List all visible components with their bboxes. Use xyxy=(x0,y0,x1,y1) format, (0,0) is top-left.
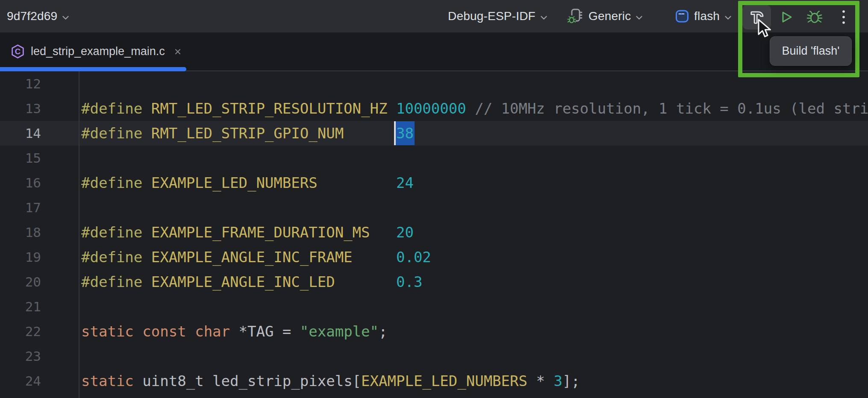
code-line[interactable]: 18#define EXAMPLE_FRAME_DURATION_MS 20 xyxy=(0,220,868,245)
code-line[interactable]: 15 xyxy=(0,146,868,170)
code-token xyxy=(186,323,195,340)
code-line[interactable]: 16#define EXAMPLE_LED_NUMBERS 24 xyxy=(0,170,868,195)
code-token xyxy=(344,125,396,142)
line-number[interactable]: 13 xyxy=(0,96,41,121)
code-token xyxy=(466,100,475,117)
project-name: 9d7f2d69 xyxy=(7,9,57,23)
run-button[interactable] xyxy=(776,6,797,29)
code-line[interactable]: 23 xyxy=(0,344,868,369)
build-config-label: Debug-ESP-IDF xyxy=(448,9,536,23)
code-token: EXAMPLE_LED_NUMBERS xyxy=(151,174,318,191)
code-token: static xyxy=(81,372,134,389)
toolchain-selector[interactable]: Generic xyxy=(567,0,643,32)
line-number[interactable]: 20 xyxy=(0,269,41,294)
code-line[interactable]: 21 xyxy=(0,294,868,319)
code-token: RMT_LED_STRIP_GPIO_NUM xyxy=(151,125,344,142)
c-file-icon: C xyxy=(10,44,25,59)
code-token: *TAG = xyxy=(230,323,300,340)
toolchain-label: Generic xyxy=(588,9,631,23)
code-text: #define RMT_LED_STRIP_GPIO_NUM 38 xyxy=(81,121,414,146)
more-actions-button[interactable] xyxy=(834,6,853,29)
code-token xyxy=(335,273,396,290)
tab-led-strip-example-main[interactable]: C led_strip_example_main.c xyxy=(0,32,194,70)
code-token xyxy=(134,323,142,340)
cmake-target-icon xyxy=(675,9,689,23)
chevron-down-icon xyxy=(724,9,732,23)
code-text: #define RMT_LED_STRIP_RESOLUTION_HZ 1000… xyxy=(81,96,868,121)
code-token: EXAMPLE_ANGLE_INC_LED xyxy=(151,273,335,290)
run-target-label: flash xyxy=(694,9,720,23)
code-token xyxy=(318,174,396,191)
code-token: ]; xyxy=(562,372,580,389)
code-token: * xyxy=(527,372,553,389)
line-number[interactable]: 12 xyxy=(0,71,41,96)
line-number[interactable]: 24 xyxy=(0,369,41,393)
code-token: 24 xyxy=(396,174,414,191)
tooltip-text: Build 'flash' xyxy=(782,44,840,58)
line-number[interactable]: 19 xyxy=(0,245,41,269)
code-token: #define xyxy=(81,125,151,142)
editor-tab-bar: C led_strip_example_main.c xyxy=(0,32,868,71)
line-number[interactable]: 15 xyxy=(0,146,41,170)
tab-filename: led_strip_example_main.c xyxy=(31,45,165,58)
debug-button[interactable] xyxy=(803,6,827,29)
code-token: const xyxy=(142,323,186,340)
code-token: uint8_t xyxy=(142,372,203,389)
code-line[interactable]: 24static uint8_t led_strip_pixels[EXAMPL… xyxy=(0,369,868,393)
code-token xyxy=(134,372,142,389)
chevron-down-icon xyxy=(636,9,643,23)
code-token: ; xyxy=(379,323,387,340)
code-token: "example" xyxy=(300,323,379,340)
active-tab-indicator xyxy=(0,67,186,71)
project-selector[interactable]: 9d7f2d69 xyxy=(7,0,69,32)
code-token: EXAMPLE_ANGLE_INC_FRAME xyxy=(151,249,353,266)
line-number[interactable]: 17 xyxy=(0,195,41,220)
gutter-separator xyxy=(79,71,79,398)
code-editor[interactable]: 1213#define RMT_LED_STRIP_RESOLUTION_HZ … xyxy=(0,71,868,398)
line-number[interactable]: 18 xyxy=(0,220,41,245)
code-token: 3 xyxy=(553,372,562,389)
code-token: #define xyxy=(81,249,151,266)
code-text: static const char *TAG = "example"; xyxy=(81,319,388,344)
kebab-menu-icon xyxy=(842,9,846,25)
bug-icon xyxy=(806,8,824,26)
code-token: RMT_LED_STRIP_RESOLUTION_HZ xyxy=(151,100,388,117)
svg-text:C: C xyxy=(15,47,21,56)
main-toolbar: 9d7f2d69 Debug-ESP-IDF Generic xyxy=(0,0,868,32)
play-icon xyxy=(779,9,794,25)
code-token: 0.3 xyxy=(396,273,422,290)
code-text: #define EXAMPLE_FRAME_DURATION_MS 20 xyxy=(81,220,414,245)
code-line[interactable]: 14#define RMT_LED_STRIP_GPIO_NUM 38 xyxy=(0,121,868,146)
line-number[interactable]: 16 xyxy=(0,170,41,195)
code-line[interactable]: 12 xyxy=(0,71,868,96)
code-token: // 10MHz resolution, 1 tick = 0.1us (led… xyxy=(475,100,868,117)
code-token xyxy=(353,249,396,266)
clion-window: 9d7f2d69 Debug-ESP-IDF Generic xyxy=(0,0,868,398)
line-number[interactable]: 21 xyxy=(0,294,41,319)
code-token xyxy=(387,100,396,117)
chevron-down-icon xyxy=(540,9,547,23)
code-line[interactable]: 20#define EXAMPLE_ANGLE_INC_LED 0.3 xyxy=(0,269,868,294)
code-text: #define EXAMPLE_ANGLE_INC_LED 0.3 xyxy=(81,269,422,294)
code-line[interactable]: 13#define RMT_LED_STRIP_RESOLUTION_HZ 10… xyxy=(0,96,868,121)
chevron-down-icon xyxy=(62,9,69,23)
code-line[interactable]: 17 xyxy=(0,195,868,220)
code-line[interactable]: 22static const char *TAG = "example"; xyxy=(0,319,868,344)
line-number[interactable]: 14 xyxy=(0,121,41,146)
tab-close-icon[interactable] xyxy=(173,47,182,56)
selected-text: 38 xyxy=(395,121,415,145)
code-token: 0.02 xyxy=(396,249,431,266)
code-area: 1213#define RMT_LED_STRIP_RESOLUTION_HZ … xyxy=(0,71,868,393)
code-token: 20 xyxy=(396,224,414,241)
code-token: 10000000 xyxy=(396,100,466,117)
line-number[interactable]: 23 xyxy=(0,344,41,369)
code-token: #define xyxy=(81,100,151,117)
mouse-cursor xyxy=(757,19,774,40)
code-text: #define EXAMPLE_LED_NUMBERS 24 xyxy=(81,170,414,195)
line-number[interactable]: 22 xyxy=(0,319,41,344)
run-target-selector[interactable]: flash xyxy=(675,0,732,32)
build-config-selector[interactable]: Debug-ESP-IDF xyxy=(448,0,547,32)
code-token: #define xyxy=(81,224,151,241)
code-line[interactable]: 19#define EXAMPLE_ANGLE_INC_FRAME 0.02 xyxy=(0,245,868,269)
code-token xyxy=(370,224,396,241)
